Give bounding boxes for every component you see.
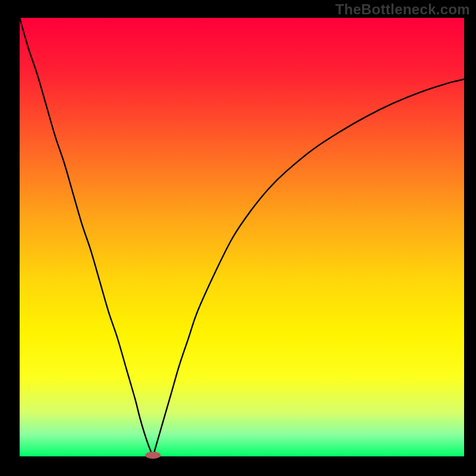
chart-frame: TheBottleneck.com <box>0 0 476 476</box>
optimal-point-marker <box>145 452 161 459</box>
bottleneck-chart <box>0 0 476 476</box>
watermark-text: TheBottleneck.com <box>336 1 470 18</box>
